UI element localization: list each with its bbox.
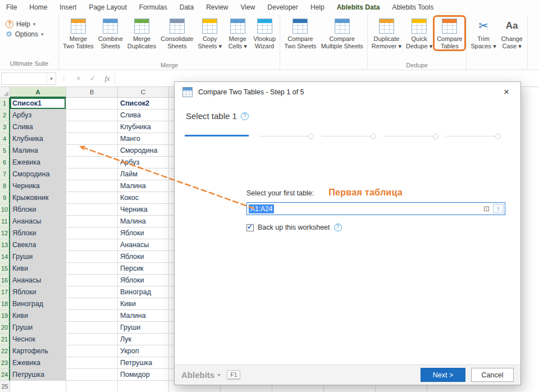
column-header-a[interactable]: A [10, 87, 66, 98]
cell-C6[interactable]: Арбуз [118, 157, 169, 168]
row-header-10[interactable]: 10 [0, 204, 10, 216]
help-icon[interactable]: ? [334, 224, 342, 231]
cell-B6[interactable] [66, 157, 118, 168]
cell-C24[interactable]: Помидор [118, 369, 169, 381]
menu-tab-help[interactable]: Help [304, 0, 331, 15]
cell-C15[interactable]: Персик [118, 263, 169, 275]
cell-C21[interactable]: Лук [118, 334, 169, 345]
cell-A14[interactable]: Груши [10, 251, 66, 263]
cell-C17[interactable]: Виноград [118, 286, 169, 298]
backup-checkbox[interactable]: ✓ [246, 224, 254, 231]
cell-B1[interactable] [66, 98, 118, 110]
cell-C14[interactable]: Яблоки [118, 251, 169, 263]
cell-C2[interactable]: Слива [118, 110, 169, 121]
cell-A8[interactable]: Черника [10, 180, 66, 192]
cell-A17[interactable]: Яблоки [10, 286, 66, 298]
cell-A11[interactable]: Ананасы [10, 216, 66, 227]
cell-B3[interactable] [66, 121, 118, 133]
menu-tab-review[interactable]: Review [200, 0, 234, 15]
cell-C5[interactable]: Смородина [118, 145, 169, 157]
menu-tab-developer[interactable]: Developer [261, 0, 304, 15]
cell-B11[interactable] [66, 216, 118, 227]
column-header-b[interactable]: B [66, 87, 118, 98]
menu-tab-page-layout[interactable]: Page Layout [83, 0, 133, 15]
cell-A23[interactable]: Ежевика [10, 357, 66, 369]
cell-A20[interactable]: Груши [10, 322, 66, 334]
menu-tab-ablebits-tools[interactable]: Ablebits Tools [386, 0, 440, 15]
cell-A9[interactable]: Крыжовник [10, 192, 66, 204]
cell-C4[interactable]: Манго [118, 133, 169, 145]
cell-B23[interactable] [66, 357, 118, 369]
cell-A3[interactable]: Слива [10, 121, 66, 133]
cell-A13[interactable]: Свекла [10, 239, 66, 251]
compare-multiple-sheets-button[interactable]: CompareMultiple Sheets [319, 17, 366, 50]
row-header-13[interactable]: 13 [0, 239, 10, 251]
row-header-2[interactable]: 2 [0, 110, 10, 121]
cell-A21[interactable]: Чеснок [10, 334, 66, 345]
change-case-button[interactable]: AaChangeCase ▾ [499, 17, 526, 50]
help-icon[interactable]: ? [241, 112, 249, 120]
cell-B18[interactable] [66, 298, 118, 310]
cell-B4[interactable] [66, 133, 118, 145]
cell-B12[interactable] [66, 227, 118, 239]
cell-B2[interactable] [66, 110, 118, 121]
row-header-6[interactable]: 6 [0, 157, 10, 168]
cell-C7[interactable]: Лайм [118, 168, 169, 180]
cell-A15[interactable]: Киви [10, 263, 66, 275]
options-menu-item[interactable]: ⚙ Options ▾ [0, 28, 58, 38]
row-header-24[interactable]: 24 [0, 369, 10, 381]
row-header-20[interactable]: 20 [0, 322, 10, 334]
help-menu-item[interactable]: ? Help ▾ [0, 15, 58, 28]
cell-A5[interactable]: Малина [10, 145, 66, 157]
cell-B8[interactable] [66, 180, 118, 192]
cancel-button[interactable]: Cancel [471, 368, 514, 382]
cell-C11[interactable]: Малина [118, 216, 169, 227]
row-header-4[interactable]: 4 [0, 133, 10, 145]
merge-two-tables-button[interactable]: MergeTwo Tables [61, 17, 96, 50]
vlookup-wizard-button[interactable]: VlookupWizard [251, 17, 278, 50]
cell-B5[interactable] [66, 145, 118, 157]
quick-dedupe-button[interactable]: QuickDedupe ▾ [404, 17, 435, 50]
compare-two-sheets-button[interactable]: CompareTwo Sheets [282, 17, 318, 50]
trim-spaces-button[interactable]: ✂TrimSpaces ▾ [468, 17, 498, 50]
cell-C19[interactable]: Малина [118, 310, 169, 322]
step-indicator[interactable] [446, 136, 500, 136]
cell-B15[interactable] [66, 263, 118, 275]
cell-A24[interactable]: Петрушка [10, 369, 66, 381]
ablebits-brand[interactable]: Ablebits [181, 370, 214, 380]
row-header-19[interactable]: 19 [0, 310, 10, 322]
menu-tab-home[interactable]: Home [23, 0, 53, 15]
select-all-corner[interactable] [0, 87, 10, 98]
row-header-12[interactable]: 12 [0, 227, 10, 239]
cell-A4[interactable]: Клубника [10, 133, 66, 145]
row-header-22[interactable]: 22 [0, 345, 10, 357]
row-header-14[interactable]: 14 [0, 251, 10, 263]
cell-B9[interactable] [66, 192, 118, 204]
cell-C22[interactable]: Укроп [118, 345, 169, 357]
cell-C20[interactable]: Груши [118, 322, 169, 334]
cell-A16[interactable]: Ананасы [10, 275, 66, 286]
menu-tab-file[interactable]: File [0, 0, 23, 15]
menu-tab-formulas[interactable]: Formulas [133, 0, 173, 15]
cell-B7[interactable] [66, 168, 118, 180]
chevron-down-icon[interactable]: ▾ [217, 372, 220, 378]
row-header-3[interactable]: 3 [0, 121, 10, 133]
cell-A1[interactable]: Список1 [10, 98, 66, 110]
name-box-dropdown-icon[interactable]: ▾ [47, 73, 56, 84]
merge-cells-button[interactable]: MergeCells ▾ [224, 17, 251, 50]
next-button[interactable]: Next > [421, 368, 465, 382]
menu-tab-data[interactable]: Data [173, 0, 200, 15]
combine-sheets-button[interactable]: CombineSheets [96, 17, 125, 50]
cell-B16[interactable] [66, 275, 118, 286]
merge-duplicates-button[interactable]: MergeDuplicates [125, 17, 158, 50]
cell-C1[interactable]: Список2 [118, 98, 169, 110]
row-header-7[interactable]: 7 [0, 168, 10, 180]
cell-B10[interactable] [66, 204, 118, 216]
row-header-5[interactable]: 5 [0, 145, 10, 157]
row-header-8[interactable]: 8 [0, 180, 10, 192]
insert-function-icon[interactable]: fx [101, 74, 115, 83]
duplicate-remover-button[interactable]: DuplicateRemover ▾ [369, 17, 404, 50]
close-icon[interactable]: × [498, 86, 515, 98]
row-header-1[interactable]: 1 [0, 98, 10, 110]
cell-B14[interactable] [66, 251, 118, 263]
